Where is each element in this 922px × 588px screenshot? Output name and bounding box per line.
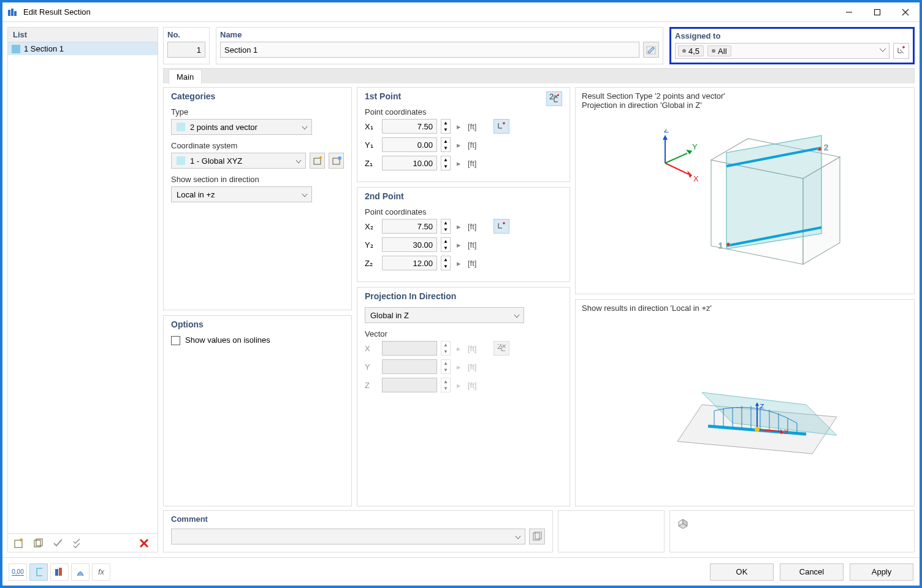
type-select[interactable]: 2 points and vector	[171, 119, 312, 135]
x1-label: X₁	[365, 122, 378, 131]
comment-title: Comment	[171, 514, 545, 524]
x1-input[interactable]	[382, 119, 437, 134]
z1-label: Z₁	[365, 159, 378, 168]
window-title: Edit Result Section	[22, 7, 810, 17]
arrow-right-icon[interactable]: ▸	[454, 156, 463, 170]
color-swatch	[177, 123, 185, 131]
list-item-swatch	[12, 45, 20, 53]
vec-x-input	[382, 341, 437, 356]
maximize-button[interactable]	[863, 2, 891, 22]
pick-two-points-button[interactable]: 2×	[546, 91, 562, 106]
arrow-right-icon[interactable]: ▸	[454, 237, 463, 252]
comment-library-button[interactable]	[529, 529, 545, 544]
z1-spinner[interactable]: ▲▼	[441, 156, 451, 170]
apply-button[interactable]: Apply	[850, 563, 913, 581]
chevron-down-icon	[302, 124, 308, 133]
svg-rect-62	[37, 568, 42, 576]
y2-spinner[interactable]: ▲▼	[441, 237, 451, 252]
z2-input[interactable]	[382, 256, 437, 270]
arrow-right-icon[interactable]: ▸	[454, 137, 463, 152]
comment-select[interactable]	[171, 529, 525, 544]
minimize-button[interactable]	[835, 2, 863, 22]
isolines-checkbox[interactable]: Show values on isolines	[171, 335, 270, 345]
preview-3d-bottom: Show results in direction 'Local in +z'	[575, 299, 915, 506]
vec-z-spinner: ▲▼	[441, 378, 451, 392]
close-button[interactable]	[891, 2, 920, 22]
preview-text1: Result Section Type '2 points and vector…	[582, 91, 908, 101]
chevron-down-icon[interactable]	[879, 47, 886, 56]
view-button-3[interactable]	[71, 563, 90, 581]
fx-button[interactable]: fx	[92, 563, 110, 581]
arrow-right-icon[interactable]: ▸	[454, 256, 463, 270]
assigned-tag[interactable]: 4,5	[678, 45, 704, 56]
svg-text:1: 1	[718, 241, 723, 250]
assigned-tag[interactable]: All	[707, 45, 731, 56]
point2-coord-label: Point coordinates	[365, 207, 562, 216]
chevron-down-icon	[302, 191, 308, 200]
type-label: Type	[171, 107, 344, 116]
view-button-1[interactable]	[29, 563, 48, 581]
chevron-down-icon	[515, 533, 521, 543]
svg-marker-30	[726, 136, 821, 249]
assigned-to-group: Assigned to 4,5 All	[669, 27, 915, 64]
name-field[interactable]	[220, 42, 639, 58]
x2-input[interactable]	[382, 219, 437, 234]
no-field[interactable]	[167, 42, 205, 58]
pick-point1-button[interactable]	[493, 119, 509, 134]
x1-spinner[interactable]: ▲▼	[441, 119, 451, 134]
arrow-right-icon[interactable]: ▸	[454, 219, 463, 234]
list-panel: List 1 Section 1	[7, 27, 158, 552]
assigned-tagbox[interactable]: 4,5 All	[675, 43, 890, 59]
svg-text:x: x	[784, 427, 788, 436]
check-button[interactable]	[50, 536, 67, 551]
y1-input[interactable]	[382, 137, 437, 152]
x2-spinner[interactable]: ▲▼	[441, 219, 451, 234]
y2-input[interactable]	[382, 237, 437, 252]
tab-main[interactable]: Main	[169, 69, 202, 84]
arrow-right-icon[interactable]: ▸	[454, 119, 463, 134]
list-item[interactable]: 1 Section 1	[8, 42, 158, 55]
assigned-pick-button[interactable]	[893, 43, 909, 59]
y2-label: Y₂	[365, 240, 378, 250]
svg-rect-13	[314, 158, 321, 164]
new-item-button[interactable]	[10, 536, 28, 551]
svg-marker-19	[663, 135, 668, 140]
pick-point2-button[interactable]	[493, 219, 509, 234]
new-coord-button[interactable]	[310, 153, 325, 169]
chevron-down-icon	[514, 312, 520, 321]
z2-label: Z₂	[365, 259, 378, 268]
vector-label: Vector	[365, 329, 562, 338]
arrow-right-icon: ▸	[454, 341, 463, 356]
z2-spinner[interactable]: ▲▼	[441, 256, 451, 270]
svg-rect-1	[11, 9, 13, 16]
vec-y-input	[382, 359, 437, 374]
preview-3d-svg: Z Y X	[647, 129, 843, 270]
edit-coord-button[interactable]	[329, 153, 344, 169]
vec-y-spinner: ▲▼	[441, 359, 451, 374]
svg-rect-4	[875, 9, 880, 15]
pick-vector-button[interactable]: 2×	[493, 341, 509, 356]
preview-3d-top: Result Section Type '2 points and vector…	[575, 87, 915, 294]
view-button-2[interactable]	[50, 563, 69, 581]
direction-label: Show section in direction	[171, 175, 344, 184]
list-item-label: 1 Section 1	[24, 44, 64, 53]
direction-select[interactable]: Local in +z	[171, 186, 312, 202]
y1-spinner[interactable]: ▲▼	[441, 137, 451, 152]
name-edit-button[interactable]	[643, 42, 659, 58]
units-button[interactable]: 0,00	[9, 563, 27, 581]
svg-text:Y: Y	[692, 142, 698, 151]
arrow-right-icon: ▸	[454, 359, 463, 374]
delete-item-button[interactable]	[135, 536, 153, 551]
svg-line-21	[665, 153, 687, 163]
cancel-button[interactable]: Cancel	[780, 563, 844, 581]
projection-select[interactable]: Global in Z	[365, 307, 524, 323]
svg-rect-2	[14, 11, 17, 16]
z1-input[interactable]	[382, 156, 437, 170]
copy-item-button[interactable]	[30, 536, 47, 551]
coord-system-select[interactable]: 1 - Global XYZ	[171, 153, 306, 169]
check-all-button[interactable]	[69, 536, 86, 551]
render-mode-button[interactable]	[675, 516, 691, 532]
ok-button[interactable]: OK	[710, 563, 774, 581]
svg-text:z: z	[760, 401, 764, 410]
svg-rect-64	[59, 568, 62, 576]
